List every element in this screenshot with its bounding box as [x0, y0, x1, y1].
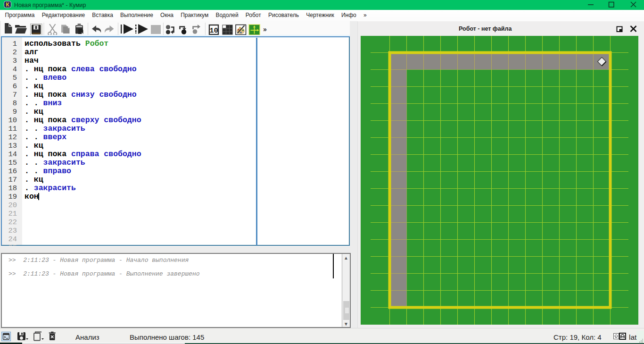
svg-text:10: 10 [209, 26, 218, 35]
svg-text:»: » [263, 25, 267, 33]
